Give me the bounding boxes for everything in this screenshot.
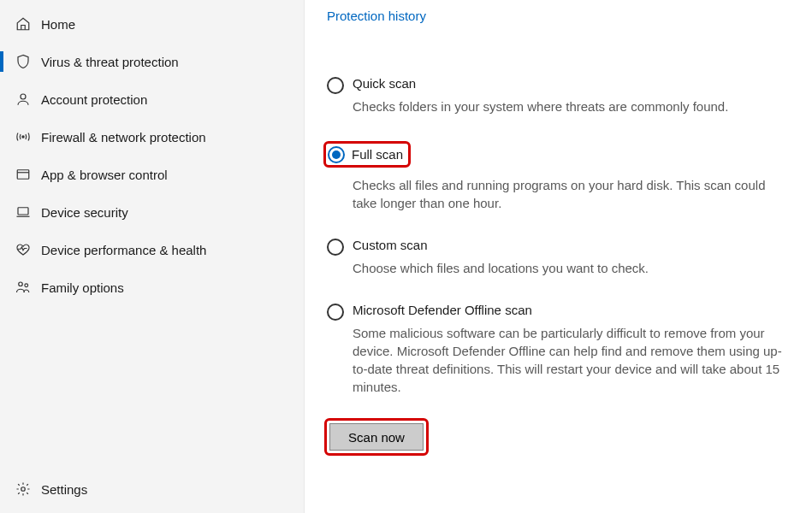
option-desc: Checks all files and running programs on… [353, 176, 789, 212]
option-title: Custom scan [353, 238, 793, 252]
radio-full-scan[interactable] [328, 146, 345, 163]
option-title: Microsoft Defender Offline scan [353, 303, 793, 317]
svg-rect-2 [17, 170, 29, 180]
heart-icon [15, 242, 41, 257]
sidebar-item-label: Virus & threat protection [41, 55, 179, 69]
main-content: Protection history Quick scan Checks fol… [305, 0, 812, 513]
scan-option-custom: Custom scan Choose which files and locat… [327, 238, 793, 277]
sidebar-item-device-security[interactable]: Device security [0, 193, 304, 231]
sidebar-item-label: App & browser control [41, 168, 168, 182]
svg-point-5 [25, 284, 28, 287]
sidebar-item-device-performance[interactable]: Device performance & health [0, 231, 304, 268]
scan-option-quick: Quick scan Checks folders in your system… [327, 76, 793, 115]
window-icon [15, 167, 41, 182]
option-title: Full scan [352, 147, 403, 162]
gear-icon [15, 481, 41, 497]
scan-now-button[interactable]: Scan now [329, 423, 424, 451]
sidebar-item-label: Account protection [41, 92, 147, 107]
sidebar-item-home[interactable]: Home [0, 5, 304, 43]
sidebar-item-account-protection[interactable]: Account protection [0, 80, 304, 118]
sidebar-item-label: Settings [41, 482, 87, 497]
sidebar-item-settings[interactable]: Settings [0, 470, 304, 508]
sidebar-item-label: Family options [41, 280, 124, 295]
option-title: Quick scan [353, 76, 793, 91]
family-icon [15, 280, 41, 295]
svg-rect-3 [18, 208, 28, 215]
sidebar-item-label: Home [41, 17, 75, 32]
sidebar-item-label: Device performance & health [41, 243, 206, 257]
highlight-full-scan: Full scan [323, 141, 411, 168]
sidebar-item-family-options[interactable]: Family options [0, 268, 304, 306]
svg-point-4 [19, 282, 23, 286]
nav-list: Home Virus & threat protection Account p… [0, 5, 304, 306]
svg-point-1 [22, 136, 24, 138]
sidebar-item-label: Device security [41, 205, 128, 220]
shield-icon [15, 54, 41, 69]
home-icon [15, 16, 41, 32]
sidebar: Home Virus & threat protection Account p… [0, 0, 305, 513]
antenna-icon [15, 130, 41, 144]
scan-option-full: Full scan Checks all files and running p… [327, 141, 793, 212]
svg-point-0 [21, 94, 26, 99]
svg-point-6 [21, 487, 26, 492]
person-icon [15, 91, 41, 107]
option-desc: Checks folders in your system where thre… [353, 97, 789, 115]
radio-offline-scan[interactable] [327, 304, 344, 321]
radio-quick-scan[interactable] [327, 77, 344, 94]
highlight-scan-now: Scan now [324, 418, 429, 456]
sidebar-item-virus-threat[interactable]: Virus & threat protection [0, 43, 304, 80]
scan-option-offline: Microsoft Defender Offline scan Some mal… [327, 303, 793, 396]
laptop-icon [15, 204, 41, 220]
option-desc: Choose which files and locations you wan… [353, 259, 789, 277]
sidebar-item-firewall[interactable]: Firewall & network protection [0, 118, 304, 156]
option-desc: Some malicious software can be particula… [353, 324, 789, 396]
radio-custom-scan[interactable] [327, 239, 344, 256]
sidebar-item-label: Firewall & network protection [41, 130, 206, 144]
protection-history-link[interactable]: Protection history [327, 9, 426, 23]
sidebar-item-app-browser[interactable]: App & browser control [0, 156, 304, 193]
